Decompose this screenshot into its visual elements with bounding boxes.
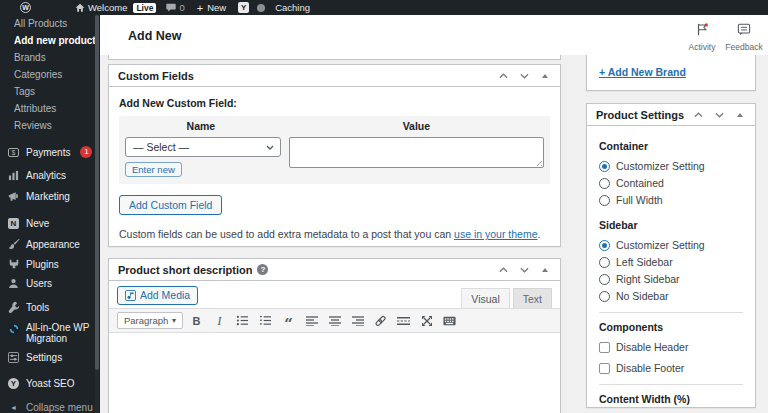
admin-bar: W Welcome Live 0 + New Y Caching — [0, 0, 768, 15]
toggle-panel-icon[interactable] — [734, 109, 746, 121]
payments-icon: $ — [7, 146, 20, 159]
custom-fields-header[interactable]: Custom Fields — [109, 65, 560, 87]
move-down-icon[interactable] — [713, 109, 725, 121]
use-in-your-theme-link[interactable]: use in your theme — [454, 228, 537, 240]
move-up-icon[interactable] — [497, 70, 509, 82]
tab-text[interactable]: Text — [513, 288, 552, 308]
add-custom-field-button[interactable]: Add Custom Field — [119, 195, 222, 215]
sidebar-item-plugins[interactable]: Plugins — [0, 254, 100, 274]
align-center-icon[interactable] — [325, 312, 344, 329]
toggle-panel-icon[interactable] — [539, 70, 551, 82]
wordpress-logo-icon[interactable]: W — [20, 2, 31, 13]
editor-content-area[interactable] — [109, 333, 560, 413]
custom-field-value-textarea[interactable] — [289, 137, 544, 168]
wrench-icon — [7, 301, 20, 314]
toggle-panel-icon[interactable] — [539, 264, 551, 276]
sidebar-item-tags[interactable]: Tags — [0, 83, 100, 100]
add-new-brand-link[interactable]: + Add New Brand — [599, 66, 686, 78]
comments-menu[interactable]: 0 — [166, 2, 184, 13]
sidebar-item-yoast-seo[interactable]: Y Yoast SEO — [0, 373, 100, 393]
move-down-icon[interactable] — [518, 70, 530, 82]
divider — [599, 384, 743, 385]
move-down-icon[interactable] — [518, 264, 530, 276]
sidebar-item-reviews[interactable]: Reviews — [0, 117, 100, 134]
radio-sidebar-left[interactable]: Left Sidebar — [599, 256, 743, 268]
radio-icon — [599, 178, 610, 189]
sidebar-item-tools[interactable]: Tools — [0, 297, 100, 317]
sidebar-item-appearance[interactable]: Appearance — [0, 234, 100, 254]
product-short-description-panel: Product short description ? Add Media — [108, 258, 561, 413]
name-column-header: Name — [119, 120, 283, 132]
sidebar-scrollbar[interactable] — [95, 15, 99, 413]
radio-sidebar-customizer[interactable]: Customizer Setting — [599, 239, 743, 251]
radio-sidebar-none[interactable]: No Sidebar — [599, 290, 743, 302]
blockquote-icon[interactable]: “ — [279, 312, 298, 329]
sidebar-item-add-new-product[interactable]: Add new product — [0, 32, 100, 49]
radio-icon — [599, 195, 610, 206]
home-icon — [75, 3, 85, 13]
paragraph-format-select[interactable]: Paragraph ▾ — [117, 312, 183, 329]
previous-panel-bottom — [108, 55, 561, 60]
custom-field-name-select[interactable]: — Select — — [125, 137, 281, 157]
sidebar-item-all-in-one-wp-migration[interactable]: All-in-One WP Migration — [0, 319, 100, 347]
sidebar-item-neve[interactable]: N Neve — [0, 213, 100, 233]
read-more-tag-icon[interactable] — [394, 312, 413, 329]
checkbox-disable-footer[interactable]: Disable Footer — [599, 362, 743, 374]
checkbox-disable-header[interactable]: Disable Header — [599, 341, 743, 353]
divider — [599, 312, 743, 313]
move-up-icon[interactable] — [692, 109, 704, 121]
yoast-seo-icon: Y — [7, 377, 20, 390]
tab-visual[interactable]: Visual — [461, 288, 509, 308]
flag-icon — [695, 23, 709, 36]
caret-down-icon: ▾ — [172, 316, 176, 325]
sidebar-heading: Sidebar — [599, 219, 743, 231]
sidebar-item-marketing[interactable]: Marketing — [0, 186, 100, 206]
site-menu-welcome[interactable]: Welcome — [75, 2, 127, 13]
product-settings-header[interactable]: Product Settings — [587, 104, 755, 126]
toolbar-toggle-icon[interactable] — [440, 312, 459, 329]
collapse-menu-button[interactable]: ◄ Collapse menu — [0, 397, 100, 413]
align-left-icon[interactable] — [302, 312, 321, 329]
caching-menu[interactable]: Caching — [275, 2, 310, 13]
bold-button[interactable]: B — [187, 312, 206, 329]
feedback-button[interactable]: Feedback — [722, 22, 766, 52]
add-new-custom-field-label: Add New Custom Field: — [119, 97, 550, 109]
new-menu[interactable]: + New — [197, 2, 226, 14]
italic-button[interactable]: I — [210, 312, 229, 329]
add-media-button[interactable]: Add Media — [117, 286, 198, 305]
payments-count-badge: 1 — [80, 146, 92, 158]
sidebar-item-all-products[interactable]: All Products — [0, 15, 100, 32]
enter-new-button[interactable]: Enter new — [125, 162, 182, 177]
radio-container-contained[interactable]: Contained — [599, 177, 743, 189]
megaphone-icon — [7, 190, 20, 203]
value-column-header: Value — [283, 120, 550, 132]
feedback-bubble-icon — [737, 23, 751, 36]
resize-handle[interactable] — [535, 159, 542, 166]
sidebar-item-brands[interactable]: Brands — [0, 49, 100, 66]
sidebar-item-settings[interactable]: Settings — [0, 347, 100, 367]
live-badge: Live — [133, 3, 156, 13]
bulleted-list-icon[interactable] — [233, 312, 252, 329]
settings-icon — [7, 351, 20, 364]
radio-container-customizer[interactable]: Customizer Setting — [599, 160, 743, 172]
radio-icon — [599, 291, 610, 302]
plugin-icon — [7, 258, 20, 271]
move-up-icon[interactable] — [497, 264, 509, 276]
align-right-icon[interactable] — [348, 312, 367, 329]
sidebar-item-analytics[interactable]: Analytics — [0, 165, 100, 185]
chevron-down-icon — [266, 145, 274, 150]
help-icon[interactable]: ? — [257, 264, 268, 275]
short-description-header[interactable]: Product short description ? — [109, 259, 560, 281]
activity-button[interactable]: Activity — [680, 22, 724, 52]
radio-sidebar-right[interactable]: Right Sidebar — [599, 273, 743, 285]
radio-container-full-width[interactable]: Full Width — [599, 194, 743, 206]
sidebar-item-attributes[interactable]: Attributes — [0, 100, 100, 117]
fullscreen-icon[interactable] — [417, 312, 436, 329]
numbered-list-icon[interactable] — [256, 312, 275, 329]
yoast-admin-bar-icon[interactable]: Y — [238, 2, 249, 13]
sidebar-item-payments[interactable]: $ Payments 1 — [0, 142, 100, 162]
status-dot-icon[interactable] — [257, 4, 265, 12]
sidebar-item-users[interactable]: Users — [0, 273, 100, 293]
sidebar-item-categories[interactable]: Categories — [0, 66, 100, 83]
link-icon[interactable] — [371, 312, 390, 329]
